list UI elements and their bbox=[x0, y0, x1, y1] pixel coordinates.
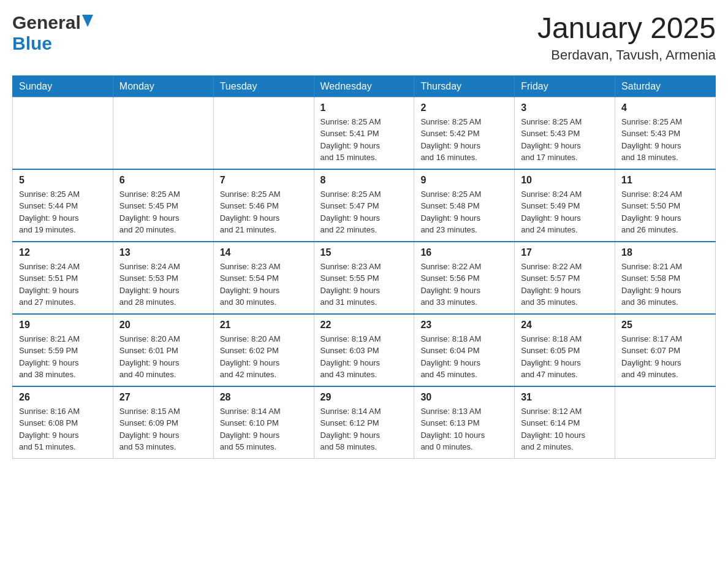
calendar-cell: 7Sunrise: 8:25 AMSunset: 5:46 PMDaylight… bbox=[213, 169, 314, 242]
logo: General Blue bbox=[12, 12, 93, 54]
calendar-cell: 21Sunrise: 8:20 AMSunset: 6:02 PMDayligh… bbox=[213, 314, 314, 386]
calendar-cell: 26Sunrise: 8:16 AMSunset: 6:08 PMDayligh… bbox=[13, 386, 113, 459]
day-number: 10 bbox=[521, 175, 609, 186]
day-number: 8 bbox=[320, 175, 408, 186]
calendar-cell: 6Sunrise: 8:25 AMSunset: 5:45 PMDaylight… bbox=[113, 169, 213, 242]
day-info: Sunrise: 8:16 AMSunset: 6:08 PMDaylight:… bbox=[19, 405, 107, 453]
calendar-cell: 15Sunrise: 8:23 AMSunset: 5:55 PMDayligh… bbox=[314, 242, 414, 314]
calendar-cell: 1Sunrise: 8:25 AMSunset: 5:41 PMDaylight… bbox=[314, 97, 414, 169]
day-number: 15 bbox=[320, 247, 408, 258]
calendar-cell: 20Sunrise: 8:20 AMSunset: 6:01 PMDayligh… bbox=[113, 314, 213, 386]
day-number: 14 bbox=[220, 247, 308, 258]
week-row-4: 19Sunrise: 8:21 AMSunset: 5:59 PMDayligh… bbox=[13, 314, 716, 386]
day-info: Sunrise: 8:17 AMSunset: 6:07 PMDaylight:… bbox=[621, 333, 709, 381]
day-number: 29 bbox=[320, 392, 408, 403]
day-number: 13 bbox=[119, 247, 207, 258]
weekday-header-saturday: Saturday bbox=[615, 75, 716, 97]
day-info: Sunrise: 8:24 AMSunset: 5:51 PMDaylight:… bbox=[19, 261, 107, 308]
calendar-table: SundayMondayTuesdayWednesdayThursdayFrid… bbox=[12, 75, 716, 459]
day-info: Sunrise: 8:25 AMSunset: 5:43 PMDaylight:… bbox=[521, 116, 609, 164]
day-number: 25 bbox=[621, 320, 709, 331]
day-number: 4 bbox=[621, 102, 709, 113]
day-number: 30 bbox=[420, 392, 508, 403]
calendar-cell: 4Sunrise: 8:25 AMSunset: 5:43 PMDaylight… bbox=[615, 97, 716, 169]
day-number: 7 bbox=[220, 175, 308, 186]
day-number: 3 bbox=[521, 102, 609, 113]
day-info: Sunrise: 8:25 AMSunset: 5:47 PMDaylight:… bbox=[320, 188, 408, 236]
calendar-cell: 25Sunrise: 8:17 AMSunset: 6:07 PMDayligh… bbox=[615, 314, 716, 386]
week-row-1: 1Sunrise: 8:25 AMSunset: 5:41 PMDaylight… bbox=[13, 97, 716, 169]
calendar-cell: 22Sunrise: 8:19 AMSunset: 6:03 PMDayligh… bbox=[314, 314, 414, 386]
day-info: Sunrise: 8:25 AMSunset: 5:42 PMDaylight:… bbox=[420, 116, 508, 164]
day-number: 24 bbox=[521, 320, 609, 331]
day-info: Sunrise: 8:14 AMSunset: 6:10 PMDaylight:… bbox=[220, 405, 308, 453]
day-number: 11 bbox=[621, 175, 709, 186]
weekday-header-thursday: Thursday bbox=[414, 75, 515, 97]
calendar-cell: 8Sunrise: 8:25 AMSunset: 5:47 PMDaylight… bbox=[314, 169, 414, 242]
logo-arrow-icon bbox=[82, 15, 93, 32]
title-section: January 2025 Berdavan, Tavush, Armenia bbox=[537, 12, 716, 63]
calendar-cell: 24Sunrise: 8:18 AMSunset: 6:05 PMDayligh… bbox=[515, 314, 615, 386]
page-header: General Blue January 2025 Berdavan, Tavu… bbox=[12, 12, 716, 63]
calendar-cell: 16Sunrise: 8:22 AMSunset: 5:56 PMDayligh… bbox=[414, 242, 515, 314]
day-number: 23 bbox=[420, 320, 508, 331]
day-number: 6 bbox=[119, 175, 207, 186]
day-info: Sunrise: 8:25 AMSunset: 5:44 PMDaylight:… bbox=[19, 188, 107, 236]
day-info: Sunrise: 8:25 AMSunset: 5:48 PMDaylight:… bbox=[420, 188, 508, 236]
logo-blue-text: Blue bbox=[12, 33, 52, 54]
day-number: 5 bbox=[19, 175, 107, 186]
calendar-cell: 11Sunrise: 8:24 AMSunset: 5:50 PMDayligh… bbox=[615, 169, 716, 242]
calendar-cell: 12Sunrise: 8:24 AMSunset: 5:51 PMDayligh… bbox=[13, 242, 113, 314]
weekday-header-monday: Monday bbox=[113, 75, 213, 97]
day-info: Sunrise: 8:24 AMSunset: 5:53 PMDaylight:… bbox=[119, 261, 207, 308]
day-info: Sunrise: 8:22 AMSunset: 5:57 PMDaylight:… bbox=[521, 261, 609, 308]
calendar-cell: 2Sunrise: 8:25 AMSunset: 5:42 PMDaylight… bbox=[414, 97, 515, 169]
day-info: Sunrise: 8:14 AMSunset: 6:12 PMDaylight:… bbox=[320, 405, 408, 453]
calendar-cell: 29Sunrise: 8:14 AMSunset: 6:12 PMDayligh… bbox=[314, 386, 414, 459]
calendar-cell: 9Sunrise: 8:25 AMSunset: 5:48 PMDaylight… bbox=[414, 169, 515, 242]
weekday-header-wednesday: Wednesday bbox=[314, 75, 414, 97]
week-row-2: 5Sunrise: 8:25 AMSunset: 5:44 PMDaylight… bbox=[13, 169, 716, 242]
calendar-cell: 10Sunrise: 8:24 AMSunset: 5:49 PMDayligh… bbox=[515, 169, 615, 242]
calendar-cell bbox=[213, 97, 314, 169]
calendar-cell: 17Sunrise: 8:22 AMSunset: 5:57 PMDayligh… bbox=[515, 242, 615, 314]
day-number: 17 bbox=[521, 247, 609, 258]
day-number: 2 bbox=[420, 102, 508, 113]
calendar-cell: 3Sunrise: 8:25 AMSunset: 5:43 PMDaylight… bbox=[515, 97, 615, 169]
calendar-cell: 27Sunrise: 8:15 AMSunset: 6:09 PMDayligh… bbox=[113, 386, 213, 459]
day-number: 22 bbox=[320, 320, 408, 331]
day-info: Sunrise: 8:18 AMSunset: 6:04 PMDaylight:… bbox=[420, 333, 508, 381]
calendar-cell: 28Sunrise: 8:14 AMSunset: 6:10 PMDayligh… bbox=[213, 386, 314, 459]
svg-marker-0 bbox=[82, 15, 93, 27]
day-info: Sunrise: 8:25 AMSunset: 5:46 PMDaylight:… bbox=[220, 188, 308, 236]
day-info: Sunrise: 8:24 AMSunset: 5:49 PMDaylight:… bbox=[521, 188, 609, 236]
day-info: Sunrise: 8:23 AMSunset: 5:54 PMDaylight:… bbox=[220, 261, 308, 308]
day-number: 27 bbox=[119, 392, 207, 403]
day-number: 28 bbox=[220, 392, 308, 403]
day-info: Sunrise: 8:21 AMSunset: 5:59 PMDaylight:… bbox=[19, 333, 107, 381]
calendar-subtitle: Berdavan, Tavush, Armenia bbox=[537, 47, 716, 63]
weekday-header-sunday: Sunday bbox=[13, 75, 113, 97]
calendar-cell: 23Sunrise: 8:18 AMSunset: 6:04 PMDayligh… bbox=[414, 314, 515, 386]
weekday-header-row: SundayMondayTuesdayWednesdayThursdayFrid… bbox=[13, 75, 716, 97]
day-info: Sunrise: 8:18 AMSunset: 6:05 PMDaylight:… bbox=[521, 333, 609, 381]
calendar-cell: 18Sunrise: 8:21 AMSunset: 5:58 PMDayligh… bbox=[615, 242, 716, 314]
week-row-3: 12Sunrise: 8:24 AMSunset: 5:51 PMDayligh… bbox=[13, 242, 716, 314]
day-info: Sunrise: 8:25 AMSunset: 5:41 PMDaylight:… bbox=[320, 116, 408, 164]
day-info: Sunrise: 8:20 AMSunset: 6:01 PMDaylight:… bbox=[119, 333, 207, 381]
day-number: 31 bbox=[521, 392, 609, 403]
day-number: 1 bbox=[320, 102, 408, 113]
day-number: 21 bbox=[220, 320, 308, 331]
day-info: Sunrise: 8:21 AMSunset: 5:58 PMDaylight:… bbox=[621, 261, 709, 308]
calendar-cell: 5Sunrise: 8:25 AMSunset: 5:44 PMDaylight… bbox=[13, 169, 113, 242]
day-info: Sunrise: 8:19 AMSunset: 6:03 PMDaylight:… bbox=[320, 333, 408, 381]
day-info: Sunrise: 8:15 AMSunset: 6:09 PMDaylight:… bbox=[119, 405, 207, 453]
day-info: Sunrise: 8:24 AMSunset: 5:50 PMDaylight:… bbox=[621, 188, 709, 236]
day-number: 18 bbox=[621, 247, 709, 258]
day-number: 16 bbox=[420, 247, 508, 258]
day-info: Sunrise: 8:12 AMSunset: 6:14 PMDaylight:… bbox=[521, 405, 609, 453]
day-number: 19 bbox=[19, 320, 107, 331]
day-info: Sunrise: 8:25 AMSunset: 5:43 PMDaylight:… bbox=[621, 116, 709, 164]
calendar-cell: 31Sunrise: 8:12 AMSunset: 6:14 PMDayligh… bbox=[515, 386, 615, 459]
calendar-title: January 2025 bbox=[537, 12, 716, 45]
